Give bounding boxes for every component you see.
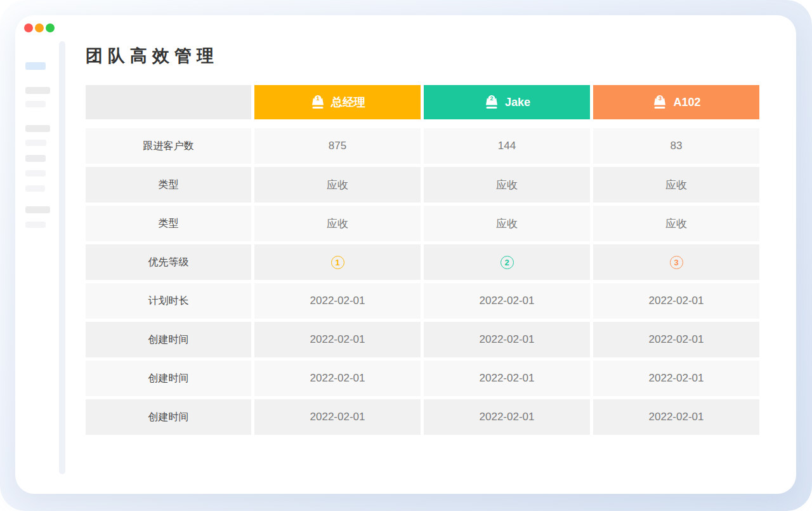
row-label-cell: 创建时间 <box>86 322 251 357</box>
value-cell: 2022-02-01 <box>424 399 590 435</box>
priority-rank-badge: 2 <box>501 256 514 269</box>
table-body: 跟进客户数87514483类型应收应收应收类型应收应收应收优先等级123计划时长… <box>86 128 759 435</box>
value-cell: 2022-02-01 <box>593 283 759 319</box>
sidebar-skeleton-item <box>25 155 46 162</box>
table-header-row: 1总经理2Jake3A102 <box>86 85 759 119</box>
crown-rank-number: 1 <box>315 95 322 102</box>
value-cell: 应收 <box>593 167 759 202</box>
value-cell: 1 <box>254 244 421 280</box>
crown-rank-icon: 1 <box>310 95 326 110</box>
value-cell: 2022-02-01 <box>593 322 759 357</box>
value-cell: 2022-02-01 <box>593 399 759 435</box>
value-cell: 2022-02-01 <box>254 399 421 435</box>
close-button[interactable] <box>24 23 33 32</box>
table-corner-cell <box>86 85 251 119</box>
app-window: 团队高效管理 1总经理2Jake3A102 跟进客户数87514483类型应收应… <box>15 15 796 494</box>
value-cell: 2022-02-01 <box>424 361 590 396</box>
sidebar-skeleton-item <box>25 170 46 176</box>
sidebar-skeleton-item <box>25 206 50 213</box>
sidebar-skeleton-item <box>25 185 45 192</box>
value-cell: 3 <box>593 244 759 280</box>
row-label-cell: 创建时间 <box>86 399 251 435</box>
row-label-cell: 优先等级 <box>86 244 251 280</box>
row-label-cell: 类型 <box>86 206 251 241</box>
value-cell: 2022-02-01 <box>254 283 421 319</box>
sidebar-skeleton-item <box>25 125 50 132</box>
sidebar-skeleton-item <box>25 140 46 146</box>
column-header-label: Jake <box>505 96 530 109</box>
crown-rank-icon: 2 <box>483 95 500 110</box>
crown-rank-number: 3 <box>657 95 664 102</box>
value-cell: 83 <box>593 128 759 164</box>
value-cell: 应收 <box>254 206 421 241</box>
column-header-label: A102 <box>673 96 700 109</box>
value-cell: 2 <box>424 244 590 280</box>
column-header-rank-1: 1总经理 <box>254 85 421 119</box>
value-cell: 应收 <box>424 167 590 202</box>
page-background: 团队高效管理 1总经理2Jake3A102 跟进客户数87514483类型应收应… <box>0 0 812 511</box>
priority-rank-badge: 3 <box>670 256 683 269</box>
sidebar-skeleton-item <box>25 101 46 107</box>
ranking-table: 1总经理2Jake3A102 跟进客户数87514483类型应收应收应收类型应收… <box>86 85 759 435</box>
value-cell: 应收 <box>424 206 590 241</box>
column-header-rank-3: 3A102 <box>593 85 759 119</box>
crown-rank-number: 2 <box>488 95 495 102</box>
sidebar-skeleton-item <box>25 222 46 228</box>
zoom-button[interactable] <box>46 23 55 32</box>
value-cell: 2022-02-01 <box>254 361 421 396</box>
crown-rank-icon: 3 <box>652 95 668 110</box>
window-controls <box>24 23 55 32</box>
minimize-button[interactable] <box>35 23 44 32</box>
sidebar-item-active[interactable] <box>25 62 46 70</box>
value-cell: 875 <box>254 128 421 164</box>
column-header-label: 总经理 <box>331 95 365 110</box>
row-label-cell: 类型 <box>86 167 251 202</box>
value-cell: 2022-02-01 <box>593 361 759 396</box>
column-header-rank-2: 2Jake <box>424 85 590 119</box>
row-label-cell: 计划时长 <box>86 283 251 319</box>
page-title: 团队高效管理 <box>86 44 219 67</box>
value-cell: 应收 <box>254 167 421 202</box>
value-cell: 144 <box>424 128 590 164</box>
row-label-cell: 创建时间 <box>86 361 251 396</box>
priority-rank-badge: 1 <box>331 256 344 269</box>
sidebar-divider <box>59 41 65 474</box>
value-cell: 2022-02-01 <box>424 283 590 319</box>
value-cell: 2022-02-01 <box>254 322 421 357</box>
row-label-cell: 跟进客户数 <box>86 128 251 164</box>
value-cell: 应收 <box>593 206 759 241</box>
value-cell: 2022-02-01 <box>424 322 590 357</box>
sidebar-skeleton-item <box>25 87 50 94</box>
